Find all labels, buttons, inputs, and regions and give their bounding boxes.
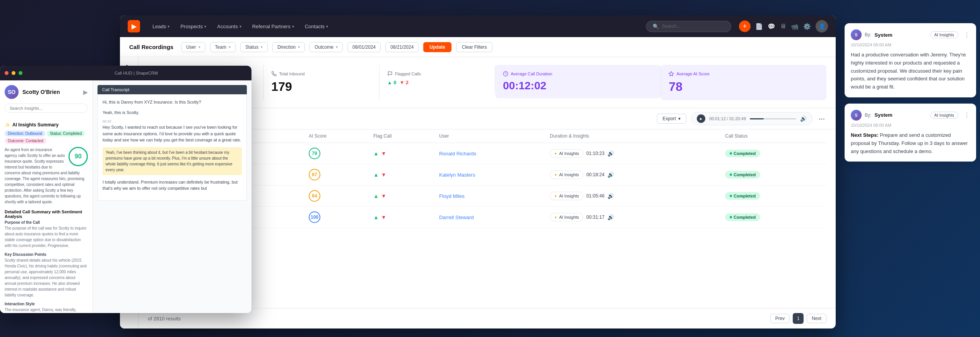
- right-notes-panel: S By: System AI Insights ⋮ 10/10/2024 08…: [845, 15, 976, 328]
- window-close-dot[interactable]: [5, 71, 9, 75]
- flag-down-icon[interactable]: ▼: [381, 150, 387, 157]
- page-number-1[interactable]: 1: [793, 313, 804, 324]
- document-icon[interactable]: 📄: [755, 23, 763, 30]
- prev-page-button[interactable]: Prev: [770, 314, 790, 323]
- note-avatar-1: S: [851, 29, 862, 40]
- global-search[interactable]: 🔍 Search...: [646, 21, 731, 32]
- user-filter[interactable]: User ▾: [181, 42, 205, 52]
- ai-insights-title: AI Insights Summary: [12, 122, 58, 128]
- status-filter[interactable]: Status ▾: [240, 42, 268, 52]
- tag-direction: Direction: Outbound: [5, 131, 45, 136]
- status-badge-0: Completed: [725, 150, 760, 157]
- nav-item-referral-partners[interactable]: Referral Partners ▾: [248, 21, 299, 32]
- flag-up-icon[interactable]: ▲: [373, 214, 379, 220]
- insights-search-input[interactable]: [5, 104, 88, 113]
- status-dot-0: [730, 152, 732, 155]
- cell-duration-3: ✦ AI Insights 00:31:17 🔊: [545, 207, 720, 228]
- volume-icon-0[interactable]: 🔊: [607, 150, 614, 157]
- cell-duration-2: ✦ AI Insights 01:05:46 🔊: [545, 186, 720, 207]
- star-icon: ✦: [554, 173, 557, 177]
- cell-flag-0: ▲ ▼: [369, 143, 434, 164]
- transcript-msg-5: I totally understand. Premium increases …: [103, 179, 242, 192]
- insights-button-1[interactable]: ✦ AI Insights: [550, 170, 583, 179]
- outcome-filter[interactable]: Outcome ▾: [310, 42, 343, 52]
- video-icon[interactable]: 📹: [791, 23, 799, 30]
- msg-text-3: Hey Scotty, I wanted to reach out becaus…: [103, 124, 242, 143]
- user-link-1[interactable]: Katelyn Masters: [439, 172, 475, 178]
- insights-button-2[interactable]: ✦ AI Insights: [550, 192, 583, 200]
- star-icon: ✦: [554, 194, 557, 198]
- cell-status-1: Completed: [720, 164, 826, 186]
- next-page-button[interactable]: Next: [807, 314, 826, 323]
- chevron-down-icon: ▾: [678, 116, 681, 121]
- export-button[interactable]: Export ▾: [657, 114, 687, 124]
- play-button[interactable]: ▶: [697, 114, 705, 123]
- audio-progress-bar[interactable]: [750, 118, 796, 119]
- add-button[interactable]: +: [739, 20, 751, 32]
- user-link-0[interactable]: Ronald Richards: [439, 151, 476, 157]
- status-badge-2: Completed: [725, 192, 760, 200]
- status-dot-3: [730, 216, 732, 218]
- flag-up-icon[interactable]: ▲: [373, 172, 379, 178]
- chevron-down-icon: ▾: [239, 24, 241, 29]
- date-to-input[interactable]: 08/21/2024: [385, 42, 419, 52]
- note-by-label-2: By:: [865, 112, 871, 118]
- flag-up-icon[interactable]: ▲: [373, 150, 379, 157]
- nav-item-leads[interactable]: Leads ▾: [148, 21, 174, 32]
- window-minimize-dot[interactable]: [12, 71, 15, 75]
- volume-icon[interactable]: 🔊: [800, 116, 807, 122]
- chevron-down-icon: ▾: [198, 45, 200, 49]
- flag-up-icon[interactable]: ▲: [373, 193, 379, 199]
- more-options-icon[interactable]: ⋯: [817, 114, 826, 123]
- user-link-3[interactable]: Darrell Steward: [439, 214, 474, 220]
- stat-flagged-calls: Flagged Calls ▲ 8 ▼ 2: [380, 65, 495, 92]
- star-icon: ✦: [554, 151, 557, 156]
- app-logo[interactable]: ▶: [128, 20, 140, 32]
- volume-icon-3[interactable]: 🔊: [607, 214, 614, 220]
- stat-inbound-value: 179: [271, 80, 371, 94]
- chevron-down-icon: ▾: [261, 45, 263, 49]
- stat-inbound-label: Total Inbound: [271, 71, 371, 77]
- user-link-2[interactable]: Floyd Miles: [439, 193, 465, 199]
- flag-down-icon[interactable]: ▼: [381, 214, 387, 220]
- monitor-icon[interactable]: 🖥: [780, 23, 786, 30]
- note-bold-prefix: Next Steps:: [851, 132, 879, 138]
- nav-item-prospects[interactable]: Prospects ▾: [176, 21, 211, 32]
- flag-down-icon[interactable]: ▼: [381, 172, 387, 178]
- stat-score-label: Average AI Score: [669, 71, 819, 77]
- date-from-input[interactable]: 08/01/2024: [347, 42, 381, 52]
- clear-filters-button[interactable]: Clear Filters: [456, 42, 493, 52]
- cell-duration-0: ✦ AI Insights 01:10:23 🔊: [545, 143, 720, 164]
- filter-bar: Call Recordings User ▾ Team ▾ Status ▾ D…: [120, 37, 836, 57]
- note-avatar-2: S: [851, 110, 862, 121]
- more-options-button-1[interactable]: ⋮: [964, 31, 970, 39]
- msg-time-3: 00:43: [103, 119, 242, 123]
- col-status: Call Status: [720, 129, 826, 143]
- more-options-button-2[interactable]: ⋮: [964, 111, 970, 119]
- team-filter[interactable]: Team ▾: [210, 42, 236, 52]
- small-crm-window: Call HUD | ShapeCRM SO Scotty O'Brien ▶ …: [0, 66, 251, 313]
- chevron-down-icon: ▾: [292, 24, 294, 29]
- cell-duration-1: ✦ AI Insights 00:18:24 🔊: [545, 164, 720, 186]
- cell-flag-3: ▲ ▼: [369, 207, 434, 228]
- tag-outcome: Outcome: Contacted: [5, 138, 46, 144]
- stat-duration-label: Average Call Duration: [503, 71, 653, 77]
- stat-total-inbound: Total Inbound 179: [263, 65, 379, 100]
- detail-text-purpose: The purpose of the call was for Scotty t…: [5, 225, 88, 248]
- insights-button-0[interactable]: ✦ AI Insights: [550, 149, 583, 158]
- nav-item-accounts[interactable]: Accounts ▾: [212, 21, 246, 32]
- settings-icon[interactable]: ⚙️: [803, 23, 811, 30]
- direction-filter[interactable]: Direction ▾: [272, 42, 305, 52]
- window-maximize-dot[interactable]: [19, 71, 22, 75]
- nav-item-contacts[interactable]: Contacts ▾: [300, 21, 333, 32]
- volume-icon-1[interactable]: 🔊: [607, 172, 614, 178]
- flag-down-icon[interactable]: ▼: [381, 193, 387, 199]
- cell-flag-2: ▲ ▼: [369, 186, 434, 207]
- volume-icon-2[interactable]: 🔊: [607, 193, 614, 199]
- note-text-2: Next Steps: Prepare and send a customize…: [851, 131, 970, 155]
- update-button[interactable]: Update: [423, 42, 452, 52]
- logo-small[interactable]: ▶: [83, 89, 88, 96]
- insights-button-3[interactable]: ✦ AI Insights: [550, 213, 583, 221]
- chat-icon[interactable]: 💬: [768, 23, 775, 30]
- user-avatar[interactable]: 👤: [816, 20, 828, 32]
